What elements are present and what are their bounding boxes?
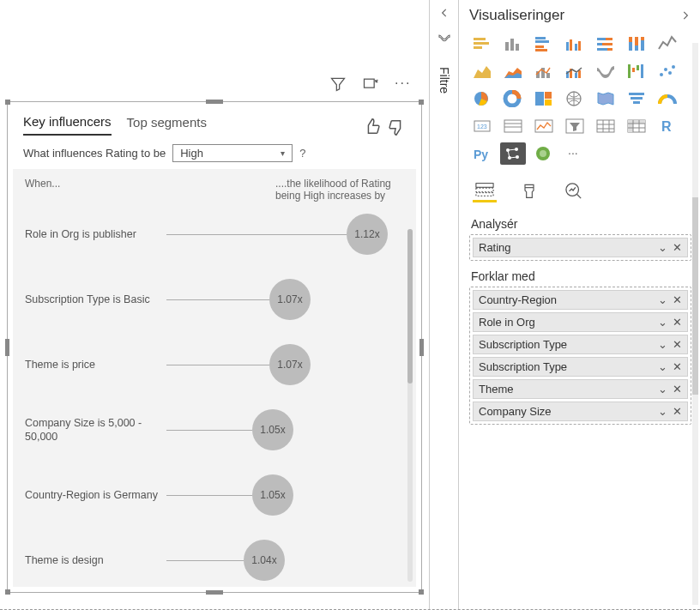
influencer-bubble[interactable]: 1.07x [269,344,311,385]
more-options-icon[interactable]: ··· [395,75,412,93]
svg-rect-44 [535,92,544,106]
filter-pane-icon[interactable] [437,33,452,48]
pane-scroll-thumb[interactable] [692,197,698,395]
remove-field-icon[interactable]: ✕ [673,405,682,418]
thumbs-up-icon[interactable] [363,118,382,133]
svg-rect-84 [476,192,493,196]
viz-area-icon[interactable] [469,60,495,82]
chevron-down-icon[interactable]: ⌄ [658,360,667,373]
viz-treemap-icon[interactable] [531,88,557,110]
expand-pane-icon[interactable] [679,9,691,21]
viz-funnel-icon[interactable] [624,88,649,110]
viz-waterfall-icon[interactable] [624,60,649,82]
viz-100-stacked-column-icon[interactable] [624,33,649,55]
viz-clustered-bar-icon[interactable] [531,33,557,55]
viz-line-clustered-column-icon[interactable] [562,60,588,82]
focus-mode-icon[interactable] [362,75,379,93]
viz-donut-icon[interactable] [500,88,526,110]
resize-handle[interactable] [5,339,9,356]
chevron-down-icon[interactable]: ⌄ [658,316,667,329]
target-value-dropdown[interactable]: High ▾ [172,144,293,162]
resize-handle[interactable] [419,100,424,105]
influencer-row[interactable]: Theme is price1.07x [25,344,404,385]
viz-card-icon[interactable]: 123 [469,115,495,137]
tab-key-influencers[interactable]: Key influencers [23,114,112,136]
viz-line-icon[interactable] [655,33,680,55]
explain-field-well[interactable]: Country-Region⌄✕Role in Org⌄✕Subscriptio… [469,287,691,425]
influencer-row[interactable]: Country-Region is Germany1.05x [25,474,404,516]
field-pill[interactable]: Subscription Type⌄✕ [473,335,688,354]
field-pill[interactable]: Theme⌄✕ [473,379,688,399]
resize-handle[interactable] [5,100,10,105]
remove-field-icon[interactable]: ✕ [673,360,682,373]
viz-key-influencers-icon[interactable] [500,142,526,165]
viz-stacked-column-icon[interactable] [500,33,526,55]
remove-field-icon[interactable]: ✕ [673,383,682,396]
filter-icon[interactable] [329,75,347,93]
chevron-down-icon[interactable]: ⌄ [658,405,667,418]
field-pill[interactable]: Company Size⌄✕ [473,402,688,421]
viz-filled-map-icon[interactable] [593,88,619,110]
help-icon[interactable]: ? [299,147,305,160]
viz-slicer-icon[interactable] [562,115,588,137]
remove-field-icon[interactable]: ✕ [673,338,682,351]
resize-handle[interactable] [5,589,10,595]
analyze-field-well[interactable]: Rating⌄✕ [469,234,691,261]
field-pill[interactable]: Rating⌄✕ [473,238,688,257]
viz-python-visual-icon[interactable]: Py [469,142,495,165]
field-pill[interactable]: Country-Region⌄✕ [473,290,688,310]
viz-matrix-icon[interactable] [624,115,649,137]
format-tab[interactable] [517,180,541,202]
viz-100-stacked-bar-icon[interactable] [593,33,619,55]
viz-scatter-icon[interactable] [655,60,680,82]
scrollbar[interactable] [407,229,413,582]
chevron-down-icon[interactable]: ⌄ [658,241,667,254]
svg-text:Py: Py [474,148,488,161]
key-influencers-visual[interactable]: Key influencers Top segments What influe… [7,101,422,593]
viz-r-visual-icon[interactable]: R [655,115,680,137]
scroll-thumb[interactable] [407,229,413,384]
influencer-bubble[interactable]: 1.05x [252,474,293,516]
viz-ribbon-icon[interactable] [593,60,619,82]
viz-more-visuals-icon[interactable]: ··· [562,142,588,165]
filters-pane-label[interactable]: Filtre [438,67,451,94]
influencer-bubble[interactable]: 1.12x [347,214,388,255]
viz-multi-card-icon[interactable] [500,115,526,137]
field-pill[interactable]: Role in Org⌄✕ [473,312,688,332]
resize-handle[interactable] [419,589,424,595]
viz-clustered-column-icon[interactable] [562,33,588,55]
chevron-down-icon[interactable]: ⌄ [658,293,667,306]
remove-field-icon[interactable]: ✕ [673,241,682,254]
influencer-row[interactable]: Subscription Type is Basic1.07x [25,279,404,320]
influencer-bubble[interactable]: 1.04x [244,540,285,581]
viz-table-icon[interactable] [593,115,619,137]
collapse-filters-icon[interactable] [438,7,450,19]
influencer-row[interactable]: Company Size is 5,000 - 50,0001.05x [25,409,404,450]
tab-top-segments[interactable]: Top segments [127,115,207,135]
viz-pie-icon[interactable] [469,88,495,110]
influencer-row[interactable]: Role in Org is publisher1.12x [25,214,404,255]
resize-handle[interactable] [206,590,223,595]
influencer-bubble[interactable]: 1.07x [269,279,311,320]
viz-kpi-icon[interactable] [531,115,557,137]
chevron-down-icon[interactable]: ⌄ [658,383,667,396]
resize-handle[interactable] [419,339,424,356]
field-pill[interactable]: Subscription Type⌄✕ [473,357,688,377]
remove-field-icon[interactable]: ✕ [673,316,682,329]
svg-text:123: 123 [477,124,487,130]
viz-stacked-bar-icon[interactable] [469,33,495,55]
viz-arcgis-icon[interactable] [531,142,557,165]
resize-handle[interactable] [206,100,223,104]
chevron-down-icon[interactable]: ⌄ [658,338,667,351]
analytics-tab[interactable] [562,180,586,202]
thumbs-down-icon[interactable] [387,118,406,133]
viz-map-icon[interactable] [562,88,588,110]
influencer-bubble[interactable]: 1.05x [252,409,293,450]
remove-field-icon[interactable]: ✕ [673,293,682,306]
fields-tab[interactable] [473,180,497,202]
pane-scrollbar[interactable] [692,43,698,605]
viz-gauge-icon[interactable] [655,88,680,110]
influencer-row[interactable]: Theme is design1.04x [25,540,404,581]
viz-stacked-area-icon[interactable] [500,60,526,82]
viz-line-stacked-column-icon[interactable] [531,60,557,82]
